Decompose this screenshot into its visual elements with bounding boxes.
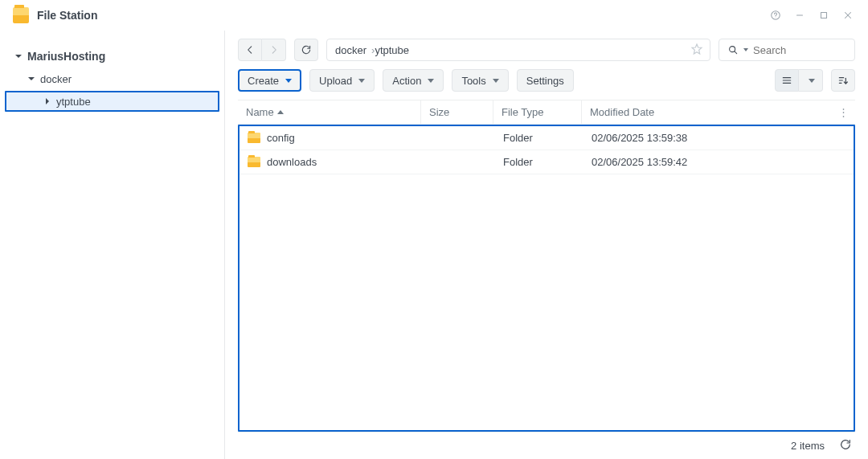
app-title: File Station: [37, 9, 97, 22]
upload-button-label: Upload: [319, 75, 352, 87]
tools-button-label: Tools: [461, 75, 485, 87]
search-icon: [727, 44, 739, 55]
sidebar: MariusHosting docker ytptube: [0, 31, 225, 459]
breadcrumb-part[interactable]: docker: [335, 44, 366, 56]
tree-label: MariusHosting: [27, 50, 105, 63]
nav-forward-button[interactable]: [262, 39, 286, 61]
search-field[interactable]: [719, 39, 855, 61]
tree-label: ytptube: [56, 96, 91, 108]
app-icon: [13, 7, 29, 23]
tree-root[interactable]: MariusHosting: [0, 45, 224, 68]
folder-icon: [248, 133, 260, 143]
file-type: Folder: [495, 132, 583, 144]
column-options-icon[interactable]: ⋮: [835, 106, 852, 118]
favorite-star-icon[interactable]: [690, 43, 703, 58]
minimize-button[interactable]: [789, 5, 810, 26]
action-button[interactable]: Action: [383, 69, 444, 92]
caret-down-icon: [14, 52, 23, 60]
close-button[interactable]: [837, 5, 858, 26]
folder-icon: [248, 157, 260, 167]
status-items-count: 2 items: [791, 440, 825, 452]
help-button[interactable]: [765, 5, 786, 26]
tools-button[interactable]: Tools: [452, 69, 508, 92]
create-button-label: Create: [248, 75, 279, 87]
refresh-button[interactable]: [294, 39, 318, 61]
file-modified: 02/06/2025 13:59:42: [583, 156, 854, 168]
breadcrumb-part[interactable]: ytptube: [375, 44, 409, 56]
caret-down-icon: [493, 79, 499, 83]
col-header-modified[interactable]: Modified Date: [582, 100, 855, 124]
maximize-button[interactable]: [813, 5, 834, 26]
caret-down-icon: [27, 75, 35, 83]
sort-asc-icon: [277, 110, 284, 114]
file-name: config: [267, 132, 295, 144]
status-refresh-button[interactable]: [836, 435, 855, 457]
col-header-type[interactable]: File Type: [493, 100, 582, 124]
view-options-button[interactable]: [799, 69, 823, 92]
svg-point-1: [776, 18, 776, 18]
table-row[interactable]: config Folder 02/06/2025 13:59:38: [240, 126, 854, 150]
file-type: Folder: [495, 156, 583, 168]
search-input[interactable]: [753, 44, 846, 56]
svg-line-8: [735, 51, 737, 54]
table-header: Name Size File Type Modified Date ⋮: [238, 100, 855, 125]
svg-marker-6: [692, 44, 702, 54]
svg-rect-3: [821, 13, 827, 18]
view-list-button[interactable]: [775, 69, 799, 92]
caret-right-icon: [43, 97, 51, 105]
tree-label: docker: [40, 73, 72, 85]
sort-button[interactable]: [831, 69, 855, 92]
tree-item-docker[interactable]: docker: [0, 68, 224, 90]
caret-down-icon: [285, 79, 292, 83]
tree-item-ytptube[interactable]: ytptube: [5, 91, 219, 112]
caret-down-icon: [809, 79, 815, 83]
settings-button[interactable]: Settings: [517, 69, 574, 92]
caret-down-icon: [428, 79, 434, 83]
table-row[interactable]: downloads Folder 02/06/2025 13:59:42: [240, 150, 854, 174]
col-header-name[interactable]: Name: [238, 100, 421, 124]
caret-down-icon: [743, 48, 748, 51]
file-name: downloads: [267, 156, 317, 168]
nav-back-button[interactable]: [238, 39, 262, 61]
file-modified: 02/06/2025 13:59:38: [583, 132, 854, 144]
create-button[interactable]: Create: [238, 69, 301, 92]
action-button-label: Action: [392, 75, 421, 87]
col-header-size[interactable]: Size: [421, 100, 493, 124]
settings-button-label: Settings: [526, 75, 564, 87]
upload-button[interactable]: Upload: [309, 69, 375, 92]
breadcrumb[interactable]: docker› ytptube: [326, 39, 710, 61]
caret-down-icon: [358, 79, 365, 83]
